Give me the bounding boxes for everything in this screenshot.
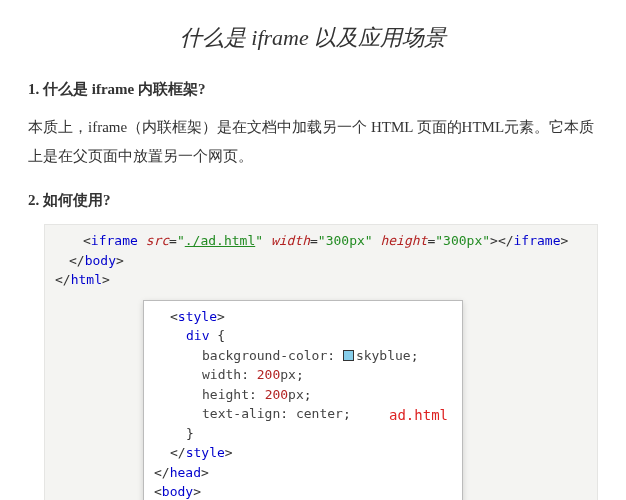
quote: " xyxy=(255,233,263,248)
colon: : xyxy=(241,367,249,382)
css-val-width: 200 xyxy=(257,367,280,382)
code-line-selector: div { xyxy=(154,326,452,346)
attr-width: width xyxy=(271,233,310,248)
angle-bracket: > xyxy=(116,253,124,268)
css-prop-width: width xyxy=(202,367,241,382)
angle-bracket: > xyxy=(561,233,569,248)
heading-2: 2. 如何使用? xyxy=(28,188,598,212)
code-line-height: height: 200px; xyxy=(154,385,452,405)
brace: } xyxy=(186,426,194,441)
brace: { xyxy=(217,328,225,343)
css-prop-textalign: text-align xyxy=(202,406,280,421)
tag-body: body xyxy=(162,484,193,499)
angle-bracket: > xyxy=(193,484,201,499)
code-line-iframe: <iframe src="./ad.html" width="300px" he… xyxy=(55,231,587,251)
css-val-skyblue: skyblue xyxy=(356,348,411,363)
semicolon: ; xyxy=(296,367,304,382)
angle-bracket: </ xyxy=(55,272,71,287)
code-line-head-close: </head> xyxy=(154,463,452,483)
code-line-width: width: 200px; xyxy=(154,365,452,385)
angle-bracket: </ xyxy=(154,465,170,480)
semicolon: ; xyxy=(411,348,419,363)
color-swatch-icon xyxy=(343,350,354,361)
code-line-html-close: </html> xyxy=(55,270,587,290)
css-prop-bg: background-color xyxy=(202,348,327,363)
heading-1: 1. 什么是 iframe 内联框架? xyxy=(28,77,598,101)
tag-style: style xyxy=(178,309,217,324)
equals: = xyxy=(310,233,318,248)
angle-bracket: </ xyxy=(170,445,186,460)
paragraph-1: 本质上，iframe（内联框架）是在文档中加载另一个 HTML 页面的HTML元… xyxy=(28,113,598,170)
tag-body: body xyxy=(85,253,116,268)
angle-bracket: > xyxy=(217,309,225,324)
tag-iframe: iframe xyxy=(91,233,138,248)
angle-bracket: < xyxy=(170,309,178,324)
code-line-brace-close: } xyxy=(154,424,452,444)
colon: : xyxy=(280,406,288,421)
angle-bracket: > xyxy=(225,445,233,460)
angle-bracket: < xyxy=(154,484,162,499)
css-prop-height: height xyxy=(202,387,249,402)
iframe-close-start: ></ xyxy=(490,233,513,248)
semicolon: ; xyxy=(304,387,312,402)
angle-bracket: < xyxy=(83,233,91,248)
inner-code-block: ad.html <style> div { background-color: … xyxy=(143,300,463,500)
equals: = xyxy=(169,233,177,248)
quote: " xyxy=(177,233,185,248)
code-line-style-close: </style> xyxy=(154,443,452,463)
colon: : xyxy=(249,387,257,402)
unit-px: px xyxy=(280,367,296,382)
code-line-style-open: <style> xyxy=(154,307,452,327)
tag-iframe-close: iframe xyxy=(514,233,561,248)
width-value: "300px" xyxy=(318,233,373,248)
angle-bracket: </ xyxy=(69,253,85,268)
tag-style: style xyxy=(186,445,225,460)
code-line-body-open: <body> xyxy=(154,482,452,500)
code-line-bg: background-color: skyblue; xyxy=(154,346,452,366)
outer-code-block: <iframe src="./ad.html" width="300px" he… xyxy=(44,224,598,500)
tag-head: head xyxy=(170,465,201,480)
colon: : xyxy=(327,348,335,363)
css-val-center: center xyxy=(296,406,343,421)
css-val-height: 200 xyxy=(265,387,288,402)
code-line-body-close: </body> xyxy=(55,251,587,271)
page-title: 什么是 iframe 以及应用场景 xyxy=(28,20,598,55)
semicolon: ; xyxy=(343,406,351,421)
attr-src: src xyxy=(146,233,169,248)
height-value: "300px" xyxy=(435,233,490,248)
unit-px: px xyxy=(288,387,304,402)
tag-html: html xyxy=(71,272,102,287)
src-value: ./ad.html xyxy=(185,233,255,248)
css-selector: div xyxy=(186,328,209,343)
angle-bracket: > xyxy=(102,272,110,287)
inner-file-label: ad.html xyxy=(389,405,448,426)
angle-bracket: > xyxy=(201,465,209,480)
attr-height: height xyxy=(380,233,427,248)
